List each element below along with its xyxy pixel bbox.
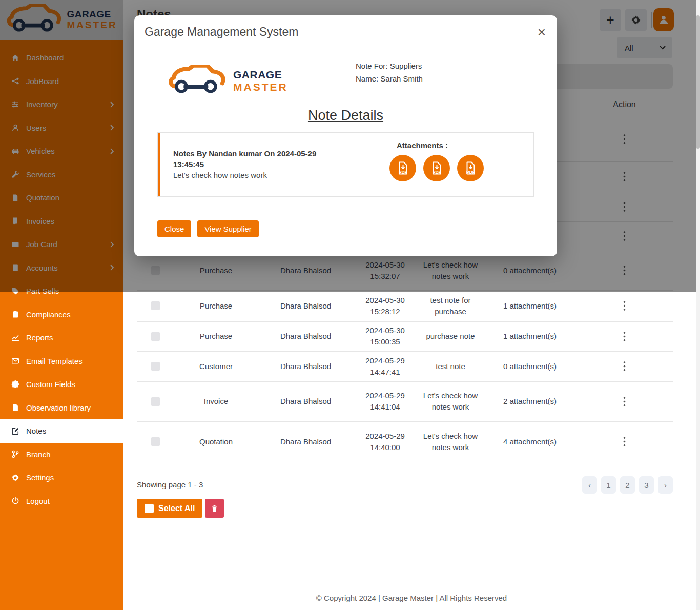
cell-type: Customer <box>174 351 258 381</box>
cell-attachments: 2 attachment(s) <box>484 381 576 421</box>
kebab-menu-icon <box>623 332 626 341</box>
sidebar-item-customfields[interactable]: Custom Fields <box>0 373 123 396</box>
sidebar-item-logout[interactable]: Logout <box>0 490 123 513</box>
trash-icon <box>211 504 218 513</box>
svg-text:PDF: PDF <box>399 170 407 175</box>
row-actions-button[interactable] <box>618 359 631 374</box>
row-checkbox[interactable] <box>151 301 160 310</box>
modal-actions: Close View Supplier <box>157 220 259 237</box>
pdf-attachment-button[interactable]: PDF <box>389 155 416 181</box>
note-byline: Notes By Nandan kumar On 2024-05-29 13:4… <box>173 148 330 170</box>
row-checkbox[interactable] <box>151 332 160 341</box>
sidebar-item-reports[interactable]: Reports <box>0 326 123 350</box>
scrollbar[interactable] <box>696 0 700 610</box>
note-for-label: Note For: <box>356 62 388 70</box>
pagination-prev-button[interactable]: ‹ <box>582 476 597 494</box>
pagination-page-2-button[interactable]: 2 <box>620 476 635 494</box>
cell-attachments: 1 attachment(s) <box>484 290 576 321</box>
branch-icon <box>11 450 19 459</box>
cell-type: Purchase <box>174 290 258 321</box>
select-all-checkbox[interactable] <box>145 504 154 513</box>
modal-brand-name: GARAGE MASTER <box>233 69 288 93</box>
pdf-file-icon: PDF <box>389 155 416 181</box>
cell-datetime: 2024-05-2914:47:41 <box>353 351 417 381</box>
cell-note: Let's check how notes work <box>417 421 484 462</box>
note-card: Notes By Nandan kumar On 2024-05-29 13:4… <box>157 132 534 197</box>
sidebar-item-label: Email Templates <box>26 357 115 365</box>
cell-datetime: 2024-05-2914:41:04 <box>353 381 417 421</box>
sidebar-item-observationlibrary[interactable]: Observation library <box>0 396 123 420</box>
svg-text:PDF: PDF <box>433 170 441 175</box>
kebab-menu-icon <box>623 301 626 311</box>
close-icon[interactable]: × <box>538 25 546 39</box>
row-actions-button[interactable] <box>618 434 631 449</box>
note-details-title: Note Details <box>134 108 557 124</box>
sidebar-item-settings[interactable]: Settings <box>0 466 123 490</box>
cell-attachments: 0 attachment(s) <box>484 351 576 381</box>
kebab-menu-icon <box>623 397 626 406</box>
note-for-line: Note For: Suppliers <box>356 59 423 72</box>
modal-brand-logo: GARAGE MASTER <box>167 65 288 97</box>
table-row: Invoice Dhara Bhalsod 2024-05-2914:41:04… <box>137 381 673 421</box>
table-row: Quotation Dhara Bhalsod 2024-05-2914:40:… <box>137 421 673 462</box>
edit-note-icon <box>11 426 19 435</box>
cell-type: Quotation <box>174 421 258 462</box>
file-icon <box>11 403 19 412</box>
gear-icon <box>11 473 19 482</box>
pdf-attachment-button[interactable]: PDF <box>423 155 450 181</box>
sidebar-item-compliances[interactable]: Compliances <box>0 303 123 327</box>
row-actions-button[interactable] <box>618 298 631 313</box>
sidebar-item-label: Reports <box>26 333 115 342</box>
attachment-list: PDF PDF PDF <box>389 155 484 181</box>
note-accent-bar <box>158 133 160 196</box>
cell-note: test note <box>417 351 484 381</box>
close-button[interactable]: Close <box>157 220 191 237</box>
sidebar-item-notes[interactable]: Notes <box>0 419 123 443</box>
sidebar-item-label: Compliances <box>26 310 115 319</box>
pdf-file-icon: PDF <box>423 155 450 181</box>
clipboard-icon <box>11 310 19 319</box>
sidebar-item-branch[interactable]: Branch <box>0 443 123 466</box>
cell-datetime: 2024-05-3015:28:12 <box>353 290 417 321</box>
cell-datetime: 2024-05-2914:40:00 <box>353 421 417 462</box>
modal-note-info: Note For: Suppliers Name: Sarah Smith <box>356 59 423 85</box>
cell-note: Let's check how notes work <box>417 381 484 421</box>
power-icon <box>11 497 19 505</box>
brand-line1: GARAGE <box>233 69 288 81</box>
pagination-next-button[interactable]: › <box>658 476 673 494</box>
app-window: GARAGE MASTER Dashboard JobBoard Invento… <box>0 0 700 610</box>
sidebar-item-label: Observation library <box>26 403 115 412</box>
note-for-value: Suppliers <box>390 62 422 70</box>
table-row: Customer Dhara Bhalsod 2024-05-2914:47:4… <box>137 351 673 381</box>
pagination: ‹ 1 2 3 › <box>582 476 673 494</box>
copyright-footer: © Copyright 2024 | Garage Master | All R… <box>123 594 700 602</box>
scrollbar-thumb[interactable] <box>696 15 700 149</box>
note-body: Notes By Nandan kumar On 2024-05-29 13:4… <box>173 148 330 180</box>
attachments-section: Attachments : PDF PDF PDF <box>389 141 484 181</box>
name-line: Name: Sarah Smith <box>356 72 423 85</box>
row-actions-button[interactable] <box>618 394 631 409</box>
row-checkbox[interactable] <box>151 397 160 406</box>
pagination-page-3-button[interactable]: 3 <box>639 476 654 494</box>
row-checkbox[interactable] <box>151 362 160 371</box>
cell-createdby: Dhara Bhalsod <box>258 290 353 321</box>
kebab-menu-icon <box>623 437 626 446</box>
delete-selected-button[interactable] <box>205 499 224 518</box>
pagination-page-1-button[interactable]: 1 <box>601 476 616 494</box>
sidebar-item-label: Settings <box>26 473 115 482</box>
table-row: Purchase Dhara Bhalsod 2024-05-3015:00:3… <box>137 321 673 351</box>
pdf-attachment-button[interactable]: PDF <box>457 155 484 181</box>
puzzle-icon <box>11 380 19 389</box>
name-value: Sarah Smith <box>380 74 423 83</box>
select-all-button[interactable]: Select All <box>137 499 202 518</box>
brand-line2: MASTER <box>233 81 288 93</box>
view-supplier-button[interactable]: View Supplier <box>197 220 258 237</box>
row-actions-button[interactable] <box>618 329 631 344</box>
sidebar-item-label: Custom Fields <box>26 380 115 389</box>
svg-text:PDF: PDF <box>466 170 475 175</box>
select-all-label: Select All <box>158 504 195 513</box>
cell-attachments: 4 attachment(s) <box>484 421 576 462</box>
sidebar-item-emailtemplates[interactable]: Email Templates <box>0 350 123 373</box>
cell-createdby: Dhara Bhalsod <box>258 421 353 462</box>
row-checkbox[interactable] <box>151 437 160 446</box>
